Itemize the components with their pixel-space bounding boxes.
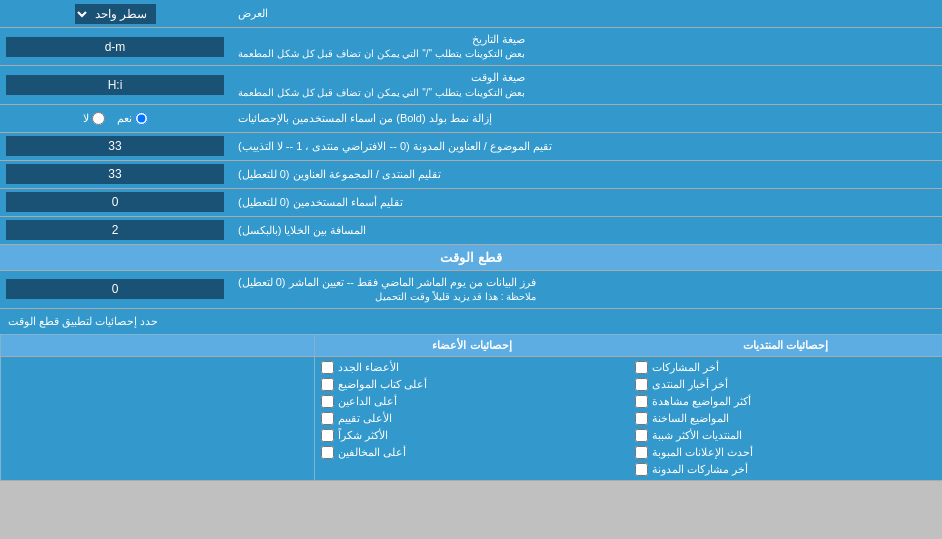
users-order-input[interactable] (6, 192, 224, 212)
cutoff-input[interactable] (6, 279, 224, 299)
date-format-row: صيغة التاريخ بعض التكوينات يتطلب "/" الت… (0, 28, 942, 66)
bold-radio-yes[interactable]: نعم (117, 112, 148, 125)
checkbox-views[interactable] (635, 395, 648, 408)
checkbox-top-writers[interactable] (321, 378, 334, 391)
topics-order-label: تقيم الموضوع / العناوين المدونة (0 -- ال… (230, 133, 942, 160)
bold-remove-radio-cell: نعم لا (0, 105, 230, 132)
cutoff-row: فرز البيانات من يوم الماشر الماضي فقط --… (0, 271, 942, 309)
checkbox-top-violators[interactable] (321, 446, 334, 459)
forum-order-label: تقليم المنتدى / المجموعة العناوين (0 للت… (230, 161, 942, 188)
cutoff-input-cell (0, 271, 230, 308)
bold-remove-label: إزالة نمط بولد (Bold) من اسماء المستخدمي… (230, 105, 942, 132)
list-item: أعلى الداعين (321, 393, 622, 410)
forum-order-input-cell (0, 161, 230, 188)
checkbox-announcements[interactable] (635, 446, 648, 459)
checkbox-popular-forums[interactable] (635, 429, 648, 442)
col2-header: إحصائيات الأعضاء (314, 335, 628, 356)
checkbox-news[interactable] (635, 378, 648, 391)
cells-spacing-row: المسافة بين الخلايا (بالبكسل) (0, 217, 942, 245)
cutoff-label: فرز البيانات من يوم الماشر الماضي فقط --… (230, 271, 942, 308)
checkbox-hot[interactable] (635, 412, 648, 425)
checkbox-new-members[interactable] (321, 361, 334, 374)
users-order-label: تقليم أسماء المستخدمين (0 للتعطيل) (230, 189, 942, 216)
checkbox-blog-posts[interactable] (635, 463, 648, 476)
list-item: أعلى المخالفين (321, 444, 622, 461)
topics-order-row: تقيم الموضوع / العناوين المدونة (0 -- ال… (0, 133, 942, 161)
date-format-input-cell (0, 28, 230, 65)
checkbox-top-inviters[interactable] (321, 395, 334, 408)
cells-spacing-input[interactable] (6, 220, 224, 240)
time-format-row: صيغة الوقت بعض التكوينات يتطلب "/" التي … (0, 66, 942, 104)
date-format-label: صيغة التاريخ بعض التكوينات يتطلب "/" الت… (230, 28, 942, 65)
display-mode-label: العرض (230, 0, 942, 27)
list-item: المنتديات الأكثر شببة (635, 427, 936, 444)
list-item: الأكثر شكراً (321, 427, 622, 444)
col3-header (0, 335, 314, 356)
display-mode-input-cell: سطر واحد سطران ثلاثة أسطر (0, 0, 230, 27)
checkbox-col2: الأعضاء الجدد أعلى كتاب المواضيع أعلى ال… (314, 357, 628, 480)
list-item: المواضيع الساخنة (635, 410, 936, 427)
users-order-input-cell (0, 189, 230, 216)
time-format-input-cell (0, 66, 230, 103)
time-format-input[interactable] (6, 75, 224, 95)
cells-spacing-input-cell (0, 217, 230, 244)
list-item: أخر مشاركات المدونة (635, 461, 936, 478)
checkbox-most-thanked[interactable] (321, 429, 334, 442)
list-item: الأعضاء الجدد (321, 359, 622, 376)
list-item: أخر المشاركات (635, 359, 936, 376)
col1-header: إحصائيات المنتديات (629, 335, 942, 356)
cells-spacing-label: المسافة بين الخلايا (بالبكسل) (230, 217, 942, 244)
bold-remove-row: إزالة نمط بولد (Bold) من اسماء المستخدمي… (0, 105, 942, 133)
display-mode-select[interactable]: سطر واحد سطران ثلاثة أسطر (75, 4, 156, 24)
checkbox-col1: أخر المشاركات أخر أخبار المنتدى أكثر الم… (629, 357, 942, 480)
date-format-input[interactable] (6, 37, 224, 57)
checkbox-headers: إحصائيات المنتديات إحصائيات الأعضاء (0, 335, 942, 357)
bold-radio-no[interactable]: لا (83, 112, 105, 125)
display-mode-row: العرض سطر واحد سطران ثلاثة أسطر (0, 0, 942, 28)
cutoff-section-header: قطع الوقت (0, 245, 942, 271)
main-container: العرض سطر واحد سطران ثلاثة أسطر صيغة الت… (0, 0, 942, 481)
apply-label: حدد إحصائيات لتطبيق قطع الوقت (0, 309, 942, 334)
topics-order-input-cell (0, 133, 230, 160)
list-item: أعلى كتاب المواضيع (321, 376, 622, 393)
users-order-row: تقليم أسماء المستخدمين (0 للتعطيل) (0, 189, 942, 217)
stats-section: حدد إحصائيات لتطبيق قطع الوقت إحصائيات ا… (0, 309, 942, 481)
list-item: أكثر المواضيع مشاهدة (635, 393, 936, 410)
checkbox-col3 (0, 357, 314, 480)
checkbox-top-rated[interactable] (321, 412, 334, 425)
list-item: الأعلى تقييم (321, 410, 622, 427)
time-format-label: صيغة الوقت بعض التكوينات يتطلب "/" التي … (230, 66, 942, 103)
list-item: أحدث الإعلانات المبوبة (635, 444, 936, 461)
checkbox-posts[interactable] (635, 361, 648, 374)
topics-order-input[interactable] (6, 136, 224, 156)
forum-order-row: تقليم المنتدى / المجموعة العناوين (0 للت… (0, 161, 942, 189)
checkbox-wrapper: أخر المشاركات أخر أخبار المنتدى أكثر الم… (0, 357, 942, 480)
list-item: أخر أخبار المنتدى (635, 376, 936, 393)
forum-order-input[interactable] (6, 164, 224, 184)
